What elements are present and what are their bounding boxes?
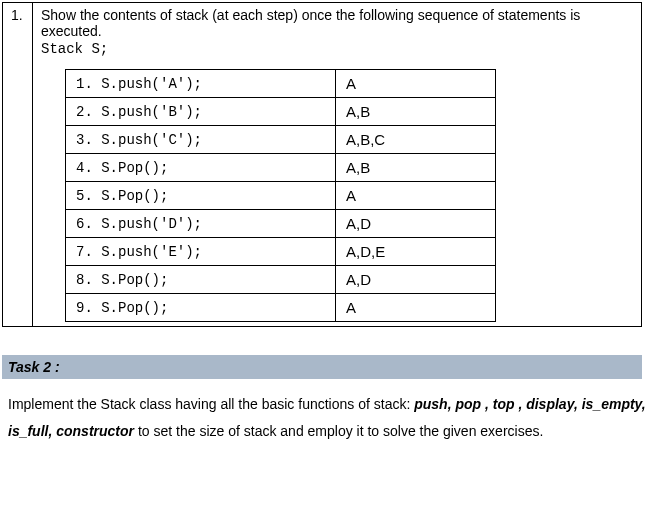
stack-cell: A,D [336,266,496,294]
operation-cell: 2. S.push('B'); [66,98,336,126]
stack-declaration: Stack S; [41,41,633,57]
stack-cell: A [336,182,496,210]
question-number-cell: 1. [3,3,33,327]
operation-cell: 5. S.Pop(); [66,182,336,210]
task2-body: Implement the Stack class having all the… [8,391,649,444]
table-row: 3. S.push('C'); A,B,C [66,126,496,154]
stack-cell: A,B [336,98,496,126]
question-number: 1. [11,7,23,23]
operation-cell: 6. S.push('D'); [66,210,336,238]
operation-cell: 1. S.push('A'); [66,70,336,98]
stack-cell: A,B,C [336,126,496,154]
table-row: 6. S.push('D'); A,D [66,210,496,238]
task2-suffix: to set the size of stack and employ it t… [134,423,543,439]
operation-cell: 3. S.push('C'); [66,126,336,154]
stack-cell: A,D [336,210,496,238]
table-row: 4. S.Pop(); A,B [66,154,496,182]
operation-cell: 7. S.push('E'); [66,238,336,266]
table-row: 1. S.push('A'); A [66,70,496,98]
question-table: 1. Show the contents of stack (at each s… [2,2,642,327]
stack-cell: A [336,70,496,98]
question-prompt: Show the contents of stack (at each step… [41,7,633,39]
operation-cell: 9. S.Pop(); [66,294,336,322]
stack-steps-table: 1. S.push('A'); A 2. S.push('B'); A,B 3.… [65,69,496,322]
question-content-cell: Show the contents of stack (at each step… [33,3,642,327]
stack-cell: A,B [336,154,496,182]
stack-cell: A,D,E [336,238,496,266]
task2-prefix: Implement the Stack class having all the… [8,396,414,412]
table-row: 5. S.Pop(); A [66,182,496,210]
stack-cell: A [336,294,496,322]
table-row: 9. S.Pop(); A [66,294,496,322]
task2-header: Task 2 : [2,355,642,379]
table-row: 8. S.Pop(); A,D [66,266,496,294]
operation-cell: 4. S.Pop(); [66,154,336,182]
table-row: 7. S.push('E'); A,D,E [66,238,496,266]
table-row: 2. S.push('B'); A,B [66,98,496,126]
operation-cell: 8. S.Pop(); [66,266,336,294]
